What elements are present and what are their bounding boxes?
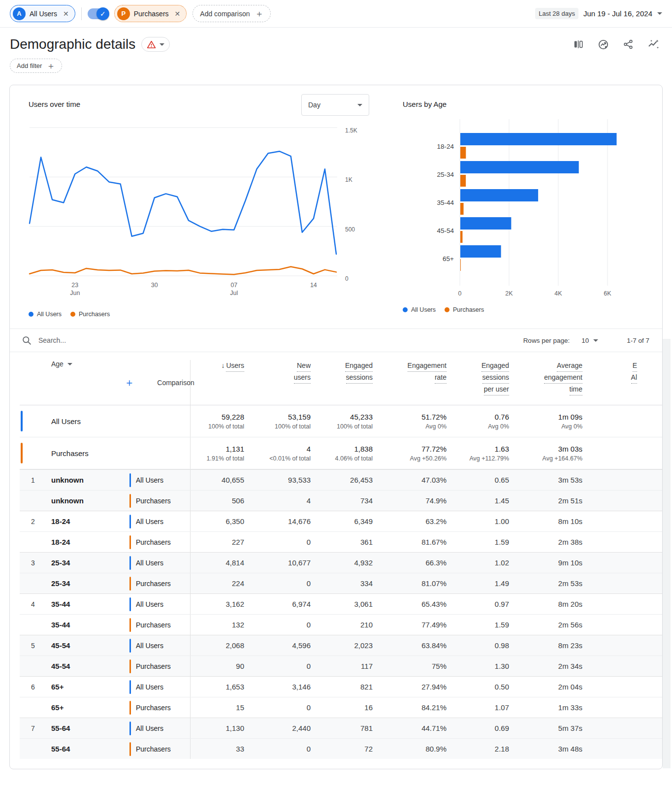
column-header-label: Users [226,360,244,372]
metric-cell: 8m 23s [509,641,582,650]
metric-value: 2m 04s [509,683,582,691]
metric-cell: 0.97 [447,600,509,608]
segment-color-bar [129,742,131,756]
column-header-engaged-sessions[interactable]: Engagedsessions [311,360,373,384]
segment-label: All Users [136,476,163,484]
metric-cell: 74.9% [373,496,447,505]
segment-label: All Users [136,559,163,567]
svg-text:25-34: 25-34 [437,171,454,178]
segment-label: All Users [136,600,163,608]
dimension-select[interactable]: Age [46,360,128,368]
column-header-label: per user [484,384,509,395]
column-header-engaged-sessions-per-user[interactable]: Engagedsessionsper user [447,360,509,395]
legend-dot-icon [445,307,449,312]
metric-cell: 1,653 [191,683,244,691]
toggle-check-icon: ✓ [96,7,109,20]
close-icon[interactable]: ✕ [175,10,181,18]
metric-value: 63.2% [373,517,447,525]
metric-value: 33 [191,745,244,753]
column-header-label: time [570,384,582,395]
metric-value: 0.65 [447,476,509,484]
table-row: 755-64All Users1,1302,44078144.71%0.695m… [20,718,662,738]
metric-cell: 1.07 [447,703,509,712]
metric-value: 117 [311,662,373,670]
metric-value: 1m 09s [509,413,582,421]
date-range-picker[interactable]: Last 28 days Jun 19 - Jul 16, 2024 [535,8,662,19]
metric-cell: 2m 38s [509,538,582,546]
metric-value: 77.72% [373,445,447,453]
metric-cell: 47.03% [373,476,447,484]
metric-cell: 821 [311,683,373,691]
legend-item: All Users [29,311,62,318]
metric-subtext: 100% of total [244,423,311,430]
metric-cell: 3,146 [244,683,311,691]
add-comparison-button[interactable]: Add comparison ＋ [192,5,271,22]
plus-icon: ＋ [46,60,55,72]
share-icon[interactable] [623,39,634,50]
metric-cell: 1.63Avg +112.79% [447,445,509,462]
metric-cell: 1.59 [447,538,509,546]
metric-value: 84.21% [373,703,447,712]
metric-value: 0.50 [447,683,509,691]
segment-color-bar [129,473,131,487]
metric-subtext: 1.91% of total [191,455,244,462]
column-header-label: Engagement [408,360,447,372]
column-header-users[interactable]: ↓Users [191,360,244,372]
comparison-cell: All Users [128,594,191,614]
metric-cell: 15 [191,703,244,712]
table-row: 55-64Purchasers3307280.9%2.183m 48s [20,738,662,759]
granularity-select[interactable]: Day [301,94,369,116]
metric-cell: 72 [311,745,373,753]
bar-all-users-25-34 [460,161,579,173]
row-number: 4 [20,600,46,608]
bar-purchasers-65+ [460,259,461,271]
metric-cell: 1.45 [447,496,509,505]
column-header-e-al[interactable]: EAl [582,360,637,384]
comparison-chip-purchasers[interactable]: P Purchasers ✕ [114,5,187,22]
legend-item: Purchasers [70,311,110,318]
metric-value: 4,596 [244,641,311,650]
metric-cell: 1.59 [447,621,509,629]
metric-value: 1.59 [447,621,509,629]
scrollbar-track[interactable] [663,339,671,768]
metric-cell: 80.9% [373,745,447,753]
table-row: 25-34Purchasers224033481.07%1.492m 53s [20,573,662,593]
segment-label: All Users [136,683,163,691]
metric-cell: 6,350 [191,517,244,525]
metric-subtext: Avg +112.79% [447,455,509,462]
metric-value: 821 [311,683,373,691]
age-dimension-value: 55-64 [46,724,128,732]
metric-value: 4,814 [191,558,244,567]
dimension-label: Age [51,360,64,368]
chart-title: Users over time [29,94,80,108]
metric-value: 0 [244,745,311,753]
metric-subtext: Avg 0% [509,423,582,430]
metric-cell: 0.98 [447,641,509,650]
table-toolbar: Rows per page: 10 1-7 of 7 [10,328,662,352]
metric-cell: 0 [244,579,311,588]
comparison-chip-all-users[interactable]: A All Users ✕ [10,5,75,22]
insights-icon[interactable] [647,38,659,50]
comparison-icon[interactable] [573,39,584,50]
column-header-engagement-rate[interactable]: Engagementrate [373,360,447,384]
column-header-label: engagement [544,372,582,384]
metric-cell: 4 [244,496,311,505]
rows-per-page-select[interactable]: 10 [581,337,598,344]
column-header-new-users[interactable]: Newusers [244,360,311,384]
add-filter-button[interactable]: Add filter ＋ [10,59,62,73]
purchasers-toggle[interactable]: ✓ [88,8,108,19]
search-input[interactable] [38,336,517,344]
metric-value: 361 [311,538,373,546]
benchmark-icon[interactable] [598,39,609,50]
column-header-average-engagement-time[interactable]: Averageengagementtime [509,360,582,395]
segment-label: Purchasers [136,580,171,588]
svg-text:2K: 2K [505,290,513,297]
metric-cell: 1m 33s [509,703,582,712]
metric-value: 75% [373,662,447,670]
close-icon[interactable]: ✕ [63,10,69,18]
data-quality-button[interactable] [141,37,170,52]
add-dimension-button[interactable]: ＋ [124,376,134,390]
column-header-label: New [297,360,311,372]
metric-subtext: <0.01% of total [244,455,311,462]
date-preset-badge: Last 28 days [535,8,578,19]
